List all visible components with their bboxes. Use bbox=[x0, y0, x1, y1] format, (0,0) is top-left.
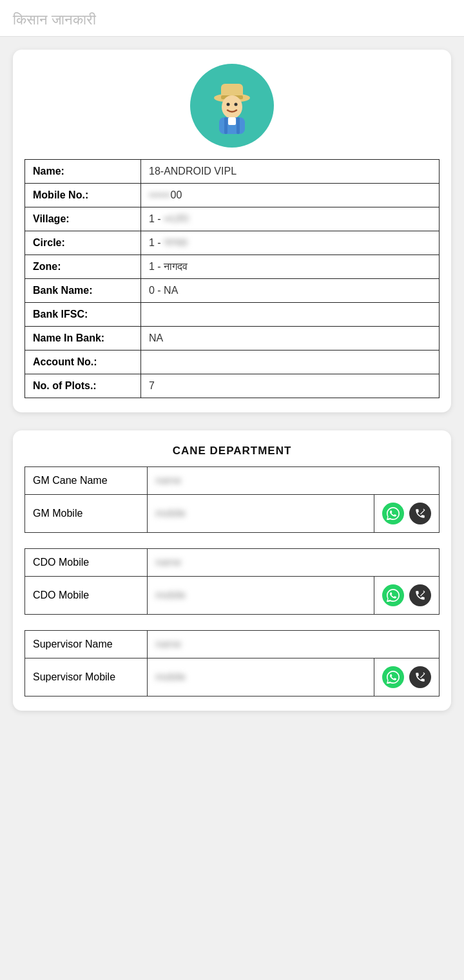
blurred-value: नागदव bbox=[164, 237, 188, 249]
farmer-info-table: Name: 18-ANDROID VIPL Mobile No.: ••••••… bbox=[24, 159, 440, 398]
field-value: 1 - नागदव bbox=[141, 255, 440, 279]
farmer-illustration bbox=[200, 73, 264, 138]
field-label: Supervisor Name bbox=[25, 631, 148, 658]
whatsapp-icon[interactable] bbox=[382, 666, 404, 688]
blurred-value: mobile bbox=[155, 508, 186, 519]
blurred-value: mobile bbox=[155, 590, 186, 601]
row-spacer bbox=[25, 533, 440, 549]
svg-rect-9 bbox=[237, 117, 240, 134]
whatsapp-icon[interactable] bbox=[382, 584, 404, 606]
field-label: Bank Name: bbox=[25, 279, 141, 303]
dept-table: GM Cane Name name GM Mobile mobile bbox=[24, 466, 440, 697]
app-header: किसान जानकारी bbox=[0, 0, 464, 37]
field-label: Mobile No.: bbox=[25, 184, 141, 207]
field-value: mobile bbox=[148, 577, 374, 615]
field-label: Account No.: bbox=[25, 351, 141, 374]
field-value: name bbox=[148, 549, 440, 577]
svg-point-3 bbox=[222, 95, 242, 119]
whatsapp-icon[interactable] bbox=[382, 503, 404, 524]
phone-icon[interactable] bbox=[409, 584, 431, 606]
action-icons bbox=[382, 503, 431, 524]
field-value: mobile bbox=[148, 495, 374, 533]
blurred-value: mobile bbox=[155, 671, 186, 683]
field-value: name bbox=[148, 631, 440, 658]
blurred-value: name bbox=[155, 475, 181, 486]
field-label: CDO Mobile bbox=[25, 549, 148, 577]
blurred-value: name bbox=[155, 557, 181, 568]
action-cell bbox=[374, 577, 440, 615]
field-label: GM Cane Name bbox=[25, 467, 148, 495]
table-row: Village: 1 - ••URI bbox=[25, 207, 440, 231]
table-row: Circle: 1 - नागदव bbox=[25, 231, 440, 255]
field-value: 7 bbox=[141, 374, 440, 398]
svg-rect-7 bbox=[228, 117, 236, 125]
field-label: No. of Plots.: bbox=[25, 374, 141, 398]
table-row: Name In Bank: NA bbox=[25, 327, 440, 351]
field-value bbox=[141, 351, 440, 374]
field-value: 1 - नागदव bbox=[141, 231, 440, 255]
table-row: Bank IFSC: bbox=[25, 303, 440, 327]
field-value: 0 - NA bbox=[141, 279, 440, 303]
table-row: Account No.: bbox=[25, 351, 440, 374]
avatar bbox=[190, 64, 274, 148]
field-label: Circle: bbox=[25, 231, 141, 255]
blurred-value: •••••• bbox=[149, 189, 171, 201]
app-title: किसान जानकारी bbox=[13, 12, 96, 28]
main-content: Name: 18-ANDROID VIPL Mobile No.: ••••••… bbox=[0, 37, 464, 724]
blurred-value: ••URI bbox=[164, 213, 189, 225]
blurred-value: name bbox=[155, 639, 181, 650]
field-value bbox=[141, 303, 440, 327]
field-value: 1 - ••URI bbox=[141, 207, 440, 231]
field-label: Bank IFSC: bbox=[25, 303, 141, 327]
field-value: 18-ANDROID VIPL bbox=[141, 160, 440, 184]
svg-point-4 bbox=[227, 103, 230, 106]
field-label: Zone: bbox=[25, 255, 141, 279]
cane-department-card: CANE DEPARTMENT GM Cane Name name GM Mob… bbox=[13, 430, 451, 711]
table-row: Supervisor Mobile mobile bbox=[25, 658, 440, 697]
farmer-info-card: Name: 18-ANDROID VIPL Mobile No.: ••••••… bbox=[13, 50, 451, 412]
phone-icon[interactable] bbox=[409, 666, 431, 688]
field-label: CDO Mobile bbox=[25, 577, 148, 615]
row-spacer bbox=[25, 615, 440, 631]
svg-point-5 bbox=[235, 103, 238, 106]
table-row: Mobile No.: ••••••00 bbox=[25, 184, 440, 207]
field-label: Name In Bank: bbox=[25, 327, 141, 351]
avatar-section bbox=[24, 64, 440, 148]
field-value: ••••••00 bbox=[141, 184, 440, 207]
table-row: Name: 18-ANDROID VIPL bbox=[25, 160, 440, 184]
table-row: CDO Mobile mobile bbox=[25, 577, 440, 615]
table-row: Supervisor Name name bbox=[25, 631, 440, 658]
table-row: GM Cane Name name bbox=[25, 467, 440, 495]
table-row: No. of Plots.: 7 bbox=[25, 374, 440, 398]
field-label: GM Mobile bbox=[25, 495, 148, 533]
phone-icon[interactable] bbox=[409, 503, 431, 524]
field-value: mobile bbox=[148, 658, 374, 697]
action-icons bbox=[382, 584, 431, 606]
field-value: NA bbox=[141, 327, 440, 351]
table-row: GM Mobile mobile bbox=[25, 495, 440, 533]
field-label: Name: bbox=[25, 160, 141, 184]
dept-title: CANE DEPARTMENT bbox=[24, 445, 440, 457]
table-row: Bank Name: 0 - NA bbox=[25, 279, 440, 303]
field-label: Supervisor Mobile bbox=[25, 658, 148, 697]
action-cell bbox=[374, 495, 440, 533]
field-value: name bbox=[148, 467, 440, 495]
svg-rect-8 bbox=[224, 117, 227, 134]
action-cell bbox=[374, 658, 440, 697]
table-row: Zone: 1 - नागदव bbox=[25, 255, 440, 279]
field-label: Village: bbox=[25, 207, 141, 231]
action-icons bbox=[382, 666, 431, 688]
table-row: CDO Mobile name bbox=[25, 549, 440, 577]
